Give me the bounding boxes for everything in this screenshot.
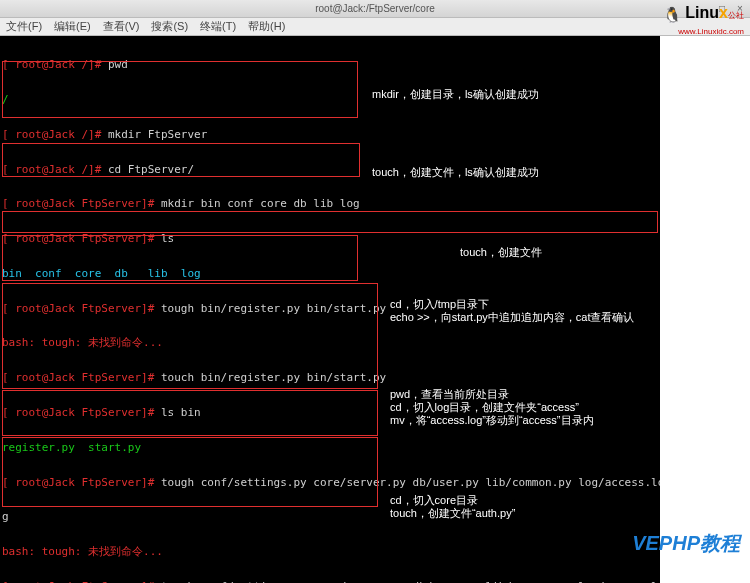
cmd-touch: touch bin/register.py bin/start.py [161, 371, 386, 384]
window-titlebar: root@Jack:/FtpServer/core – □ × [0, 0, 750, 18]
logo-url: www.Linuxidc.com [678, 27, 744, 36]
menu-terminal[interactable]: 终端(T) [200, 19, 236, 34]
prompt: [ root@Jack FtpServer]# [2, 406, 161, 419]
error-output: bash: tough: 未找到命令... [0, 546, 660, 558]
prompt: [ root@Jack /]# [2, 163, 108, 176]
window-title: root@Jack:/FtpServer/core [315, 3, 435, 14]
menu-view[interactable]: 查看(V) [103, 19, 140, 34]
terminal-viewport[interactable]: [ root@Jack /]# pwd / [ root@Jack /]# mk… [0, 36, 660, 583]
linux-logo: 🐧 Linux公社 www.Linuxidc.com [662, 4, 744, 36]
error-output: bash: tough: 未找到命令... [0, 337, 660, 349]
menu-help[interactable]: 帮助(H) [248, 19, 285, 34]
cmd-ls: ls bin [161, 406, 201, 419]
prompt: [ root@Jack FtpServer]# [2, 232, 161, 245]
menu-file[interactable]: 文件(F) [6, 19, 42, 34]
cmd-typo: tough conf/settings.py core/server.py db… [161, 476, 660, 489]
cmd-mkdir: mkdir FtpServer [108, 128, 207, 141]
annotation-touch2: touch，创建文件 [460, 246, 542, 259]
cmd-mkdir: mkdir bin conf core db lib log [161, 197, 360, 210]
highlight-box [2, 211, 658, 233]
prompt: [ root@Jack /]# [2, 58, 108, 71]
watermark: VEPHP教程 [632, 530, 740, 557]
prompt: [ root@Jack FtpServer]# [2, 197, 161, 210]
annotation-mkdir: mkdir，创建目录，ls确认创建成功 [372, 88, 539, 101]
cmd-cd: cd FtpServer/ [108, 163, 194, 176]
menu-bar: 文件(F) 编辑(E) 查看(V) 搜索(S) 终端(T) 帮助(H) [0, 18, 750, 36]
annotation-pwd-mv: pwd，查看当前所处目录 cd，切入log目录，创建文件夹“access” mv… [390, 388, 594, 427]
annotation-cd-echo: cd，切入/tmp目录下 echo >>，向start.py中追加追加内容，ca… [390, 298, 635, 324]
prompt: [ root@Jack FtpServer]# [2, 302, 161, 315]
prompt: [ root@Jack /]# [2, 128, 108, 141]
output: register.py start.py [0, 442, 660, 454]
output: / [0, 94, 660, 106]
menu-edit[interactable]: 编辑(E) [54, 19, 91, 34]
menu-search[interactable]: 搜索(S) [151, 19, 188, 34]
annotation-core: cd，切入core目录 touch，创建文件“auth.py” [390, 494, 515, 520]
cmd-ls: ls [161, 232, 174, 245]
output-dirs: bin conf core db lib log [0, 268, 660, 280]
cmd-typo: tough bin/register.py bin/start.py [161, 302, 386, 315]
prompt: [ root@Jack FtpServer]# [2, 371, 161, 384]
cmd-pwd: pwd [108, 58, 128, 71]
prompt: [ root@Jack FtpServer]# [2, 476, 161, 489]
cmd-wrap: g [0, 511, 660, 523]
annotation-touch: touch，创建文件，ls确认创建成功 [372, 166, 539, 179]
penguin-icon: 🐧 [663, 6, 682, 23]
